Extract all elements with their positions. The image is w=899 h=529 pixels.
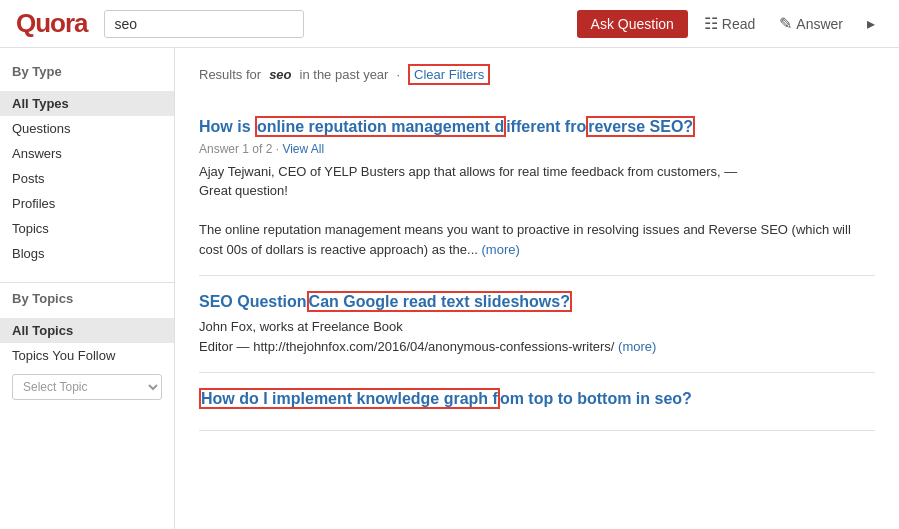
result-item: How is online reputation management diff… xyxy=(199,101,875,276)
title-highlight-1: online reputation management d xyxy=(255,116,506,137)
result-item: SEO QuestionCan Google read text slidesh… xyxy=(199,276,875,373)
title-text-after: om top to bottom in seo? xyxy=(500,390,692,407)
content-area: Results for seo in the past year · Clear… xyxy=(175,48,899,529)
sidebar-item-questions[interactable]: Questions xyxy=(0,116,174,141)
title-highlight-2: reverse SEO? xyxy=(586,116,695,137)
read-icon: ☷ xyxy=(704,14,718,33)
result-meta: Answer 1 of 2 · View All xyxy=(199,142,875,156)
result-item: How do I implement knowledge graph fom t… xyxy=(199,373,875,431)
quora-logo: Quora xyxy=(16,8,88,39)
sidebar-item-topics[interactable]: Topics xyxy=(0,216,174,241)
answer-label: Answer xyxy=(796,16,843,32)
title-highlight-1: Can Google read text slideshows? xyxy=(307,291,572,312)
read-label: Read xyxy=(722,16,755,32)
clear-filters-link[interactable]: Clear Filters xyxy=(408,64,490,85)
title-text-mid: ifferent fro xyxy=(506,118,586,135)
title-highlight-1: How do I implement knowledge graph f xyxy=(199,388,500,409)
by-topics-title: By Topics xyxy=(0,291,174,314)
search-input[interactable] xyxy=(104,10,304,38)
by-type-title: By Type xyxy=(0,64,174,87)
result-title[interactable]: How do I implement knowledge graph fom t… xyxy=(199,389,875,410)
sidebar: By Type All Types Questions Answers Post… xyxy=(0,48,175,529)
title-text-before: SEO Question xyxy=(199,293,307,310)
main-layout: By Type All Types Questions Answers Post… xyxy=(0,48,899,529)
more-icon: ▸ xyxy=(867,14,875,33)
sidebar-item-all-types[interactable]: All Types xyxy=(0,91,174,116)
sidebar-item-profiles[interactable]: Profiles xyxy=(0,191,174,216)
by-type-section: By Type All Types Questions Answers Post… xyxy=(0,64,174,266)
sidebar-item-all-topics[interactable]: All Topics xyxy=(0,318,174,343)
result-snippet: John Fox, works at Freelance Book Editor… xyxy=(199,317,875,356)
view-all-link[interactable]: View All xyxy=(282,142,324,156)
more-link[interactable]: (more) xyxy=(618,339,656,354)
read-action[interactable]: ☷ Read xyxy=(696,10,763,37)
sidebar-item-posts[interactable]: Posts xyxy=(0,166,174,191)
sidebar-item-answers[interactable]: Answers xyxy=(0,141,174,166)
results-prefix: Results for xyxy=(199,67,261,82)
sidebar-item-blogs[interactable]: Blogs xyxy=(0,241,174,266)
ask-question-button[interactable]: Ask Question xyxy=(577,10,688,38)
dot-separator: · xyxy=(396,67,400,82)
search-term-label: seo xyxy=(269,67,291,82)
results-header: Results for seo in the past year · Clear… xyxy=(199,64,875,85)
select-topic-dropdown[interactable]: Select Topic xyxy=(12,374,162,400)
header-actions: Ask Question ☷ Read ✎ Answer ▸ xyxy=(577,10,883,38)
result-snippet: Ajay Tejwani, CEO of YELP Busters app th… xyxy=(199,162,875,260)
answer-icon: ✎ xyxy=(779,14,792,33)
by-topics-section: By Topics All Topics Topics You Follow S… xyxy=(0,291,174,406)
results-suffix: in the past year xyxy=(300,67,389,82)
result-title[interactable]: How is online reputation management diff… xyxy=(199,117,875,138)
title-text-before: How is xyxy=(199,118,255,135)
more-link[interactable]: (more) xyxy=(482,242,520,257)
sidebar-item-topics-you-follow[interactable]: Topics You Follow xyxy=(0,343,174,368)
more-action[interactable]: ▸ xyxy=(859,10,883,37)
answer-action[interactable]: ✎ Answer xyxy=(771,10,851,37)
sidebar-divider xyxy=(0,282,174,283)
result-title[interactable]: SEO QuestionCan Google read text slidesh… xyxy=(199,292,875,313)
header: Quora Ask Question ☷ Read ✎ Answer ▸ xyxy=(0,0,899,48)
